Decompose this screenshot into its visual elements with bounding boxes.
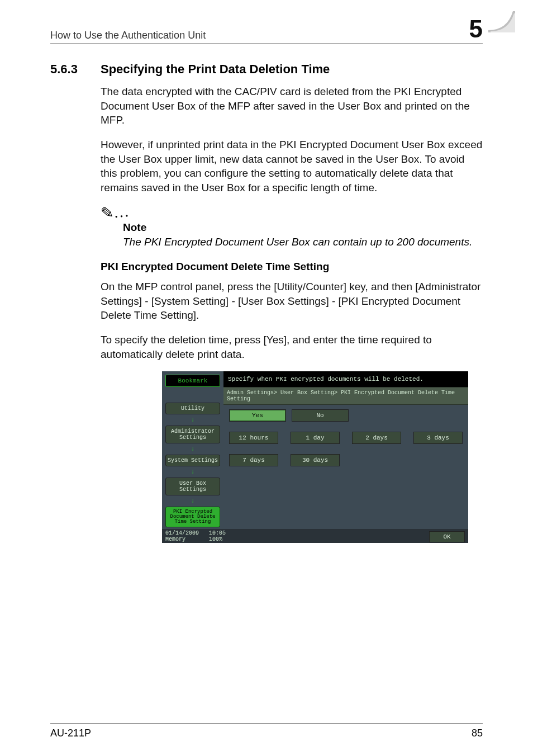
note-text: The PKI Encrypted Document User Box can … <box>123 235 483 249</box>
option-3-days[interactable]: 3 days <box>413 432 463 444</box>
running-header: How to Use the Authentication Unit <box>50 30 206 41</box>
instruction-bar: Specify when PKI encrypted documents wil… <box>223 371 468 387</box>
section-title: Specifying the Print Data Deletion Time <box>101 62 330 77</box>
breadcrumb-bar: Admin Settings> User Box Setting> PKI En… <box>223 387 468 405</box>
nav-utility[interactable]: Utility <box>165 403 220 414</box>
option-30-days[interactable]: 30 days <box>291 454 340 466</box>
footer-model: AU-211P <box>50 727 91 739</box>
status-datetime: 01/14/2009 10:05 Memory 100% <box>165 531 226 542</box>
arrow-down-icon: ↓ <box>165 446 220 452</box>
nav-user-box-settings[interactable]: User Box Settings <box>165 478 220 495</box>
footer-page-number: 85 <box>472 727 483 739</box>
chapter-number: 5 <box>469 17 483 41</box>
bookmark-button[interactable]: Bookmark <box>165 375 220 387</box>
paragraph: However, if unprinted print data in the … <box>101 138 483 195</box>
control-panel-screenshot: Bookmark Utility ↓ Administrator Setting… <box>162 371 468 543</box>
sub-heading: PKI Encrypted Document Delete Time Setti… <box>101 261 483 273</box>
option-2-days[interactable]: 2 days <box>352 432 401 444</box>
note-label: Note <box>123 221 483 234</box>
nav-pki-delete-time[interactable]: PKI Encrypted Document Delete Time Setti… <box>165 507 220 527</box>
no-button[interactable]: No <box>292 409 349 422</box>
paragraph: The data encrypted with the CAC/PIV card… <box>101 84 483 127</box>
option-1-day[interactable]: 1 day <box>291 432 340 444</box>
arrow-down-icon: ↓ <box>165 498 220 504</box>
ok-button[interactable]: OK <box>429 531 465 542</box>
arrow-down-icon: ↓ <box>165 417 220 423</box>
note-icon: ✎… <box>100 204 130 221</box>
panel-left-nav: Bookmark Utility ↓ Administrator Setting… <box>162 371 223 530</box>
nav-system-settings[interactable]: System Settings <box>165 455 220 466</box>
arrow-down-icon: ↓ <box>165 469 220 475</box>
paragraph: To specify the deletion time, press [Yes… <box>101 333 483 361</box>
nav-admin-settings[interactable]: Administrator Settings <box>165 426 220 443</box>
section-number: 5.6.3 <box>50 62 101 77</box>
option-12-hours[interactable]: 12 hours <box>229 432 278 444</box>
corner-decoration <box>488 6 515 32</box>
paragraph: On the MFP control panel, press the [Uti… <box>101 280 483 323</box>
option-7-days[interactable]: 7 days <box>229 454 278 466</box>
yes-button[interactable]: Yes <box>229 409 286 422</box>
